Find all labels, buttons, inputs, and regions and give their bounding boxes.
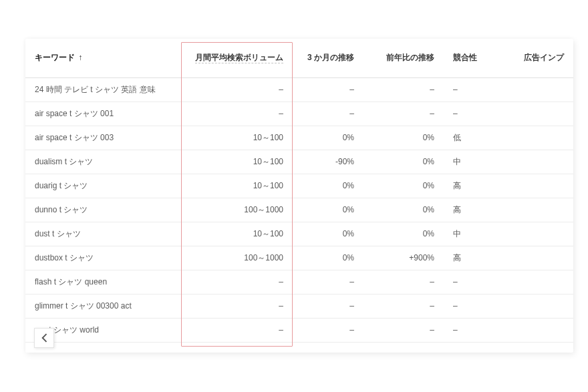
- cell-volume: 10～100: [186, 156, 293, 168]
- header-keyword[interactable]: キーワード ↑: [25, 39, 186, 77]
- cell-volume: 100～1000: [186, 252, 293, 264]
- header-three-month-label: 3 か月の推移: [307, 53, 354, 62]
- header-volume[interactable]: 月間平均検索ボリューム: [186, 39, 293, 77]
- cell-competition: –: [444, 109, 506, 118]
- cell-three-month: –: [293, 301, 363, 311]
- cell-competition: 高: [444, 204, 506, 216]
- header-ad-impression[interactable]: 広告インプ: [506, 39, 573, 77]
- table-row[interactable]: glimmer t シャツ 00300 act––––: [25, 294, 573, 318]
- keyword-table: キーワード ↑ 月間平均検索ボリューム 3 か月の推移 前年比の推移 競合性: [25, 39, 573, 343]
- cell-competition: 中: [444, 156, 506, 168]
- header-competition-label: 競合性: [453, 53, 477, 62]
- cell-competition: –: [444, 85, 506, 94]
- cell-volume: –: [186, 301, 293, 311]
- cell-volume: –: [186, 109, 293, 118]
- table-row[interactable]: ssy t シャツ world––––: [25, 318, 573, 342]
- cell-yoy: –: [363, 277, 444, 286]
- cell-volume: 10～100: [186, 228, 293, 240]
- cell-volume: 100～1000: [186, 204, 293, 216]
- cell-keyword: 24 時間 テレビ t シャツ 英語 意味: [25, 84, 186, 95]
- cell-volume: 10～100: [186, 132, 293, 144]
- cell-volume: –: [186, 325, 293, 335]
- cell-keyword: air space t シャツ 001: [25, 108, 186, 120]
- cell-volume: 10～100: [186, 180, 293, 192]
- cell-keyword: dualism t シャツ: [25, 156, 186, 168]
- sort-ascending-icon: ↑: [78, 53, 82, 62]
- header-three-month[interactable]: 3 か月の推移: [293, 39, 363, 77]
- cell-keyword: dunno t シャツ: [25, 204, 186, 216]
- table-row[interactable]: duarig t シャツ10～1000%0%高: [25, 174, 573, 198]
- cell-three-month: 0%: [293, 133, 363, 142]
- cell-competition: –: [444, 277, 506, 286]
- cell-yoy: 0%: [363, 181, 444, 190]
- table-row[interactable]: air space t シャツ 00310～1000%0%低: [25, 126, 573, 150]
- header-ad-impression-label: 広告インプ: [524, 53, 564, 62]
- scroll-left-button[interactable]: [34, 328, 54, 348]
- table-row[interactable]: dunno t シャツ100～10000%0%高: [25, 198, 573, 222]
- cell-volume: –: [186, 85, 293, 94]
- cell-yoy: +900%: [363, 253, 444, 262]
- cell-three-month: -90%: [293, 157, 363, 166]
- cell-competition: 高: [444, 180, 506, 192]
- header-keyword-label: キーワード: [35, 53, 75, 62]
- header-volume-label: 月間平均検索ボリューム: [195, 53, 283, 63]
- header-competition[interactable]: 競合性: [444, 39, 506, 77]
- table-row[interactable]: air space t シャツ 001––––: [25, 102, 573, 126]
- cell-keyword: flash t シャツ queen: [25, 276, 186, 288]
- cell-competition: –: [444, 325, 506, 335]
- table-row[interactable]: 24 時間 テレビ t シャツ 英語 意味––––: [25, 77, 573, 102]
- cell-yoy: 0%: [363, 133, 444, 142]
- cell-volume: –: [186, 277, 293, 286]
- table-row[interactable]: flash t シャツ queen––––: [25, 270, 573, 294]
- cell-keyword: dust t シャツ: [25, 228, 186, 240]
- cell-yoy: –: [363, 301, 444, 311]
- table-row[interactable]: dualism t シャツ10～100-90%0%中: [25, 150, 573, 174]
- chevron-left-icon: [41, 333, 47, 343]
- cell-competition: 高: [444, 252, 506, 264]
- cell-keyword: dustbox t シャツ: [25, 252, 186, 264]
- cell-yoy: 0%: [363, 205, 444, 214]
- cell-keyword: glimmer t シャツ 00300 act: [25, 301, 186, 312]
- cell-yoy: 0%: [363, 229, 444, 238]
- cell-competition: –: [444, 301, 506, 311]
- cell-keyword: duarig t シャツ: [25, 180, 186, 192]
- cell-three-month: –: [293, 85, 363, 94]
- table-row[interactable]: dustbox t シャツ100～10000%+900%高: [25, 246, 573, 270]
- cell-yoy: –: [363, 325, 444, 335]
- cell-competition: 中: [444, 228, 506, 240]
- cell-three-month: –: [293, 277, 363, 286]
- cell-three-month: –: [293, 109, 363, 118]
- cell-competition: 低: [444, 132, 506, 144]
- cell-keyword: air space t シャツ 003: [25, 132, 186, 144]
- cell-three-month: –: [293, 325, 363, 335]
- header-yoy-label: 前年比の推移: [386, 53, 434, 62]
- header-yoy[interactable]: 前年比の推移: [363, 39, 444, 77]
- cell-three-month: 0%: [293, 205, 363, 214]
- table-row[interactable]: dust t シャツ10～1000%0%中: [25, 222, 573, 246]
- cell-three-month: 0%: [293, 253, 363, 262]
- cell-yoy: 0%: [363, 157, 444, 166]
- cell-yoy: –: [363, 85, 444, 94]
- header-row: キーワード ↑ 月間平均検索ボリューム 3 か月の推移 前年比の推移 競合性: [25, 39, 573, 77]
- cell-three-month: 0%: [293, 181, 363, 190]
- keyword-table-card: キーワード ↑ 月間平均検索ボリューム 3 か月の推移 前年比の推移 競合性: [25, 39, 573, 353]
- cell-three-month: 0%: [293, 229, 363, 238]
- cell-yoy: –: [363, 109, 444, 118]
